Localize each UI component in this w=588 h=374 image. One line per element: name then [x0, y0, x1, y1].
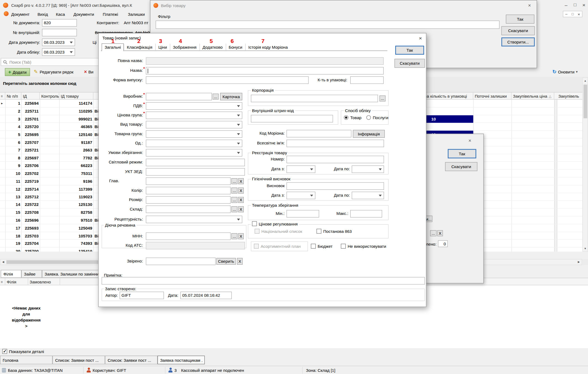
background-dialog-x-button[interactable]: X	[437, 230, 443, 236]
background-dialog-value-input[interactable]: 0	[438, 240, 448, 247]
not-used-checkbox[interactable]: Не використовувати	[341, 244, 386, 249]
background-dialog-ok-button[interactable]: Так	[448, 149, 476, 158]
menu-item-cash[interactable]: Каса	[56, 12, 65, 17]
detail-tab-zayavka[interactable]: Заявка. Залишки по замінник	[42, 270, 99, 278]
mdi-restore-button[interactable]: □	[569, 11, 576, 17]
detail-column-chooser-icon[interactable]: ≡	[0, 278, 5, 285]
menu-item-exit[interactable]: Вихід	[38, 12, 48, 17]
column-header-product-id[interactable]: ІД товару	[59, 92, 93, 100]
manufacturer-lookup-button[interactable]: ...	[213, 94, 219, 100]
glav-lookup-button[interactable]: ...	[231, 178, 237, 184]
mnn-clear-button[interactable]: X	[238, 233, 244, 239]
show-details-checkbox[interactable]: Показувати деталі	[2, 349, 44, 354]
tab-zagalni[interactable]: Загальні	[102, 44, 124, 51]
detail-tab-zaive[interactable]: Зайве	[21, 270, 42, 278]
column-chooser-icon[interactable]: ≡	[0, 92, 5, 100]
registration-number-input[interactable]	[287, 156, 384, 163]
vat-select[interactable]	[146, 102, 242, 110]
scroll-left-icon[interactable]: ◀	[0, 259, 6, 265]
doc-number-input[interactable]: 820	[42, 19, 77, 27]
warehouse-input[interactable]	[146, 206, 231, 213]
corporation-input[interactable]	[251, 95, 378, 102]
vertical-scrollbar[interactable]: ▲ ▼	[582, 78, 588, 252]
select-dialog-ok-button[interactable]: Так	[506, 15, 534, 24]
detail-tab-filia[interactable]: Філія	[1, 270, 22, 278]
corporation-lookup-button[interactable]: ...	[379, 95, 385, 101]
size-input[interactable]	[146, 196, 231, 204]
detail-column-filia[interactable]: Філія	[5, 278, 28, 285]
verified-input[interactable]	[146, 258, 216, 265]
size-lookup-button[interactable]: ...	[231, 197, 237, 203]
select-dialog-cancel-button[interactable]: Скасувати	[501, 26, 535, 35]
hygiene-date-to-select[interactable]	[352, 192, 384, 199]
size-clear-button[interactable]: X	[238, 197, 244, 203]
product-dialog-close-icon[interactable]: ×	[416, 35, 425, 42]
column-header-row-number[interactable]: № п/п	[5, 92, 21, 100]
filter-input[interactable]	[156, 21, 499, 29]
tab-istoriya-morion[interactable]: Історія коду Моріона	[245, 44, 291, 51]
morion-info-button[interactable]: Інформація	[353, 130, 385, 138]
color-input[interactable]	[146, 187, 231, 194]
scroll-down-icon[interactable]: ▼	[583, 246, 588, 251]
temp-max-input[interactable]	[350, 210, 382, 218]
radio-services[interactable]: Послуги	[366, 115, 388, 120]
column-header-current-stock[interactable]: Поточні залишки	[473, 92, 511, 100]
conclusion-input[interactable]	[287, 182, 384, 190]
tab-dodatkovo[interactable]: Додатково	[200, 44, 226, 51]
edit-row-button[interactable]: ✎ Редагувати рядок	[34, 69, 74, 75]
manufacturer-card-button[interactable]: Карточка	[220, 93, 242, 100]
refresh-dropdown-icon[interactable]: ▾	[576, 70, 578, 74]
internal-number-input[interactable]	[42, 29, 77, 36]
column-header-id[interactable]: ІД	[21, 92, 39, 100]
hygiene-date-from-select[interactable]	[287, 192, 315, 199]
scroll-right-icon[interactable]: ▶	[576, 259, 582, 265]
column-header-pack-qty[interactable]: на кількість в упаковці	[423, 92, 473, 100]
warehouse-clear-button[interactable]: X	[238, 206, 244, 212]
mnn-input[interactable]	[146, 233, 231, 240]
temp-min-input[interactable]	[287, 210, 319, 218]
refresh-button[interactable]: ↻ Оновити ▾	[552, 69, 578, 75]
verify-button[interactable]: Сверить	[216, 258, 236, 265]
price-regulation-checkbox[interactable]: Цінове регулювання	[251, 221, 299, 226]
tab-zobrazhennya[interactable]: Зображення	[170, 44, 200, 51]
tab-tsiny[interactable]: Ціни	[155, 44, 170, 51]
minimize-button[interactable]: –	[562, 0, 571, 10]
color-clear-button[interactable]: X	[238, 188, 244, 194]
glav-clear-button[interactable]: X	[238, 178, 244, 184]
morion-code-input[interactable]	[287, 130, 351, 138]
menu-item-documents[interactable]: Документи	[74, 12, 94, 17]
note-input[interactable]	[102, 277, 425, 285]
ukt-zed-input[interactable]	[146, 168, 245, 176]
radio-goods[interactable]: Товар	[344, 115, 362, 120]
barcode-input[interactable]	[251, 115, 333, 123]
registration-date-from-select[interactable]	[287, 165, 315, 173]
pack-qty-input[interactable]	[350, 76, 384, 84]
unit-select[interactable]	[146, 140, 242, 147]
decree-863-checkbox[interactable]: Постанова 863	[316, 229, 352, 234]
glav-input[interactable]	[146, 177, 231, 185]
budget-checkbox[interactable]: Бюджет	[311, 244, 333, 249]
tab-klasyfikatsiya[interactable]: Класифікація	[124, 44, 156, 51]
prescription-select[interactable]	[146, 216, 242, 223]
storage-conditions-select[interactable]	[146, 149, 242, 157]
product-ok-button[interactable]: Так	[395, 46, 424, 55]
color-lookup-button[interactable]: ...	[231, 188, 237, 194]
product-type-select[interactable]	[146, 121, 242, 129]
bottom-tab-list1[interactable]: Список: Заявки пост ...	[53, 356, 105, 364]
bottom-tab-golovna[interactable]: Головна	[0, 356, 53, 364]
add-button[interactable]: + Додати	[5, 68, 30, 76]
verify-clear-button[interactable]: X	[237, 258, 243, 265]
background-dialog-close-icon[interactable]: ×	[466, 137, 474, 144]
price-group-select[interactable]	[146, 112, 242, 119]
manufacturer-input[interactable]	[146, 93, 212, 100]
tab-bonusy[interactable]: Бонуси	[226, 44, 245, 51]
doc-date-input[interactable]: 08.03.2023	[42, 39, 75, 46]
registration-date-to-select[interactable]	[352, 165, 384, 173]
light-mode-input[interactable]	[146, 159, 245, 166]
column-header-purchase-price[interactable]: Закупівельна ціна △	[511, 92, 554, 100]
maximize-button[interactable]: □	[571, 0, 580, 10]
world-name-input[interactable]	[287, 140, 384, 147]
menu-item-stock[interactable]: Залишки	[128, 12, 145, 17]
menu-item-document[interactable]: Документ	[11, 12, 29, 17]
bottom-tab-list2[interactable]: Список: Заявки пост ...	[105, 356, 158, 364]
